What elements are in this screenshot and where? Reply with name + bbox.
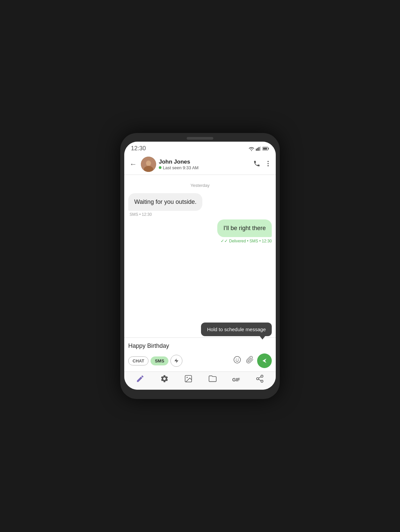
call-button[interactable] bbox=[253, 160, 260, 169]
outgoing-bubble: I'll be right there bbox=[217, 219, 272, 237]
svg-point-19 bbox=[187, 377, 188, 378]
svg-point-22 bbox=[261, 380, 263, 382]
input-buttons-row: CHAT SMS bbox=[128, 353, 272, 368]
svg-point-16 bbox=[236, 359, 237, 359]
svg-point-20 bbox=[261, 375, 263, 377]
text-input-row: Hold to schedule message bbox=[128, 341, 272, 351]
delivered-check-icon: ✓✓ bbox=[221, 238, 228, 243]
svg-point-21 bbox=[256, 378, 259, 380]
signal-icon bbox=[256, 146, 261, 151]
svg-point-12 bbox=[267, 161, 269, 162]
back-button[interactable]: ← bbox=[128, 159, 138, 170]
header-actions bbox=[253, 160, 272, 169]
chat-type-button[interactable]: CHAT bbox=[128, 356, 149, 365]
phone-frame: 12:30 bbox=[120, 133, 280, 399]
bottom-nav: GIF bbox=[124, 371, 276, 390]
send-button[interactable] bbox=[257, 353, 272, 368]
svg-rect-2 bbox=[257, 148, 258, 151]
svg-point-13 bbox=[267, 163, 269, 164]
last-seen-text: Last seen 9:33 AM bbox=[163, 165, 199, 170]
online-dot bbox=[159, 166, 161, 169]
svg-rect-1 bbox=[256, 149, 257, 151]
svg-line-24 bbox=[258, 377, 261, 378]
contact-info: John Jones Last seen 9:33 AM bbox=[159, 159, 250, 170]
outgoing-message: I'll be right there ✓✓ Delivered • SMS •… bbox=[217, 219, 272, 243]
nav-settings-icon[interactable] bbox=[160, 374, 169, 385]
wifi-icon bbox=[249, 146, 254, 151]
phone-notch-bar bbox=[124, 137, 276, 140]
status-time: 12:30 bbox=[131, 145, 146, 152]
emoji-button[interactable] bbox=[232, 354, 243, 367]
svg-point-17 bbox=[238, 359, 239, 359]
svg-rect-6 bbox=[268, 148, 269, 149]
contact-name: John Jones bbox=[159, 159, 250, 165]
status-icons bbox=[249, 146, 269, 151]
outgoing-meta: ✓✓ Delivered • SMS • 12:30 bbox=[221, 238, 272, 243]
chat-messages: Yesterday Waiting for you outside. SMS •… bbox=[124, 175, 276, 337]
svg-point-15 bbox=[234, 356, 241, 363]
date-divider: Yesterday bbox=[128, 183, 272, 188]
contact-avatar bbox=[141, 157, 156, 172]
battery-icon bbox=[262, 147, 269, 151]
nav-image-icon[interactable] bbox=[184, 374, 193, 385]
svg-rect-4 bbox=[260, 146, 261, 151]
avatar-image bbox=[141, 157, 156, 172]
attach-button[interactable] bbox=[245, 354, 255, 367]
input-area: Hold to schedule message CHAT SMS bbox=[124, 337, 276, 371]
nav-draw-icon[interactable] bbox=[136, 374, 145, 385]
svg-line-23 bbox=[258, 379, 261, 381]
phone-notch bbox=[187, 137, 213, 140]
svg-point-14 bbox=[267, 165, 269, 166]
svg-point-11 bbox=[146, 161, 151, 166]
message-input[interactable] bbox=[128, 341, 272, 351]
sms-type-button[interactable]: SMS bbox=[150, 356, 168, 365]
lightning-button[interactable] bbox=[170, 355, 182, 367]
delivered-text: Delivered • SMS • 12:30 bbox=[229, 239, 272, 243]
more-options-button[interactable] bbox=[264, 160, 272, 169]
incoming-meta: SMS • 12:30 bbox=[128, 212, 152, 217]
nav-share-icon[interactable] bbox=[255, 374, 264, 385]
svg-point-0 bbox=[251, 150, 252, 151]
schedule-tooltip: Hold to schedule message bbox=[201, 323, 272, 336]
phone-screen: 12:30 bbox=[124, 142, 276, 390]
contact-status: Last seen 9:33 AM bbox=[159, 165, 250, 170]
status-bar: 12:30 bbox=[124, 142, 276, 154]
incoming-bubble: Waiting for you outside. bbox=[128, 193, 202, 211]
chat-header: ← John Jones Last seen 9:33 AM bbox=[124, 154, 276, 175]
svg-rect-7 bbox=[263, 147, 267, 149]
nav-folder-icon[interactable] bbox=[208, 374, 217, 385]
nav-gif-icon[interactable]: GIF bbox=[232, 377, 240, 382]
incoming-message: Waiting for you outside. SMS • 12:30 bbox=[128, 193, 236, 217]
svg-rect-3 bbox=[258, 147, 259, 151]
